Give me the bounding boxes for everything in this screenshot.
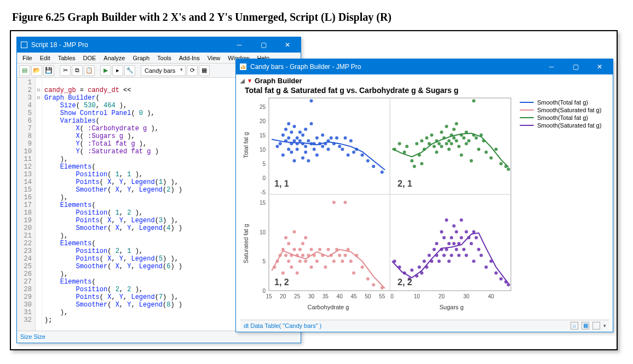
close-button[interactable]: ✕ xyxy=(275,37,300,53)
svg-point-169 xyxy=(310,265,313,269)
svg-point-219 xyxy=(452,242,456,245)
minimize-button[interactable]: ─ xyxy=(227,37,251,53)
tool-new-icon[interactable]: ▤ xyxy=(19,65,30,76)
menu-analyze[interactable]: Analyze xyxy=(100,54,128,62)
svg-point-122 xyxy=(452,128,456,131)
home-icon[interactable]: ⌂ xyxy=(571,322,578,330)
svg-text:10: 10 xyxy=(414,293,421,299)
svg-point-242 xyxy=(507,283,510,286)
menu-tables[interactable]: Tables xyxy=(55,54,79,62)
chart-grid[interactable]: -50510152025051015Total fat gSaturated f… xyxy=(240,96,514,315)
fold-gutter[interactable]: ⊟ ⊟ xyxy=(36,78,42,331)
svg-point-40 xyxy=(281,134,285,137)
svg-point-39 xyxy=(279,142,282,145)
disclosure-icon[interactable]: ◢ xyxy=(240,78,245,84)
tool-refresh-icon[interactable]: ⟳ xyxy=(187,65,198,76)
svg-point-70 xyxy=(313,148,316,151)
menu-graph[interactable]: Graph xyxy=(129,54,153,62)
tool-cut-icon[interactable]: ✂ xyxy=(60,65,71,76)
svg-point-139 xyxy=(485,151,488,154)
layout-icon[interactable]: ▦ xyxy=(582,322,589,330)
svg-text:1, 2: 1, 2 xyxy=(274,278,289,287)
svg-point-211 xyxy=(442,254,446,257)
chart-legend: Smooth(Total fat g)Smooth(Saturated fat … xyxy=(514,96,603,320)
svg-text:-5: -5 xyxy=(261,189,266,195)
tool-log-icon[interactable]: ▦ xyxy=(199,65,210,76)
menu-doe[interactable]: DOE xyxy=(80,54,100,62)
svg-point-107 xyxy=(430,134,433,137)
menu-tools[interactable]: Tools xyxy=(154,54,175,62)
svg-point-240 xyxy=(499,278,503,281)
svg-point-115 xyxy=(445,142,448,145)
tool-run-icon[interactable]: ▶ xyxy=(100,65,111,76)
svg-point-233 xyxy=(472,259,475,263)
svg-text:Sugars g: Sugars g xyxy=(439,304,463,310)
menu-addins[interactable]: Add-Ins xyxy=(176,54,203,62)
red-triangle-icon[interactable]: ▼ xyxy=(247,78,252,84)
tool-run-line-icon[interactable]: ▸ xyxy=(112,65,123,76)
svg-point-160 xyxy=(296,271,299,275)
tool-save-icon[interactable]: 💾 xyxy=(43,65,54,76)
graph-titlebar[interactable]: Candy bars - Graph Builder - JMP Pro ─ ▢… xyxy=(236,59,613,74)
svg-point-207 xyxy=(435,242,438,245)
legend-item[interactable]: Smooth(Total fat g) xyxy=(520,99,601,106)
svg-point-90 xyxy=(366,159,370,163)
svg-rect-1 xyxy=(21,42,27,48)
script-statusbar: Size Size xyxy=(17,331,301,342)
svg-point-144 xyxy=(507,167,510,171)
tool-paste-icon[interactable]: 📋 xyxy=(84,65,95,76)
svg-point-165 xyxy=(304,259,307,263)
svg-point-83 xyxy=(341,148,344,151)
svg-point-228 xyxy=(465,230,468,234)
svg-point-67 xyxy=(310,99,313,102)
svg-point-186 xyxy=(352,271,355,275)
close-button[interactable]: ✕ xyxy=(588,59,612,74)
svg-point-214 xyxy=(445,218,448,222)
legend-label: Smooth(Saturated fat g) xyxy=(537,107,601,113)
svg-point-68 xyxy=(310,122,313,125)
legend-item[interactable]: Smooth(Total fat g) xyxy=(520,114,601,121)
svg-point-110 xyxy=(435,151,438,154)
svg-point-77 xyxy=(327,148,330,151)
legend-swatch xyxy=(520,102,534,103)
tool-open-icon[interactable]: 📂 xyxy=(31,65,42,76)
legend-item[interactable]: Smooth(Saturated fat g) xyxy=(520,107,601,113)
menu-view[interactable]: View xyxy=(204,54,224,62)
datatable-dropdown[interactable]: Candy bars xyxy=(141,65,186,76)
svg-point-125 xyxy=(457,145,461,148)
maximize-button[interactable]: ▢ xyxy=(563,59,588,74)
svg-point-172 xyxy=(318,248,321,251)
menu-edit[interactable]: Edit xyxy=(37,54,54,62)
svg-point-63 xyxy=(304,128,307,131)
status-checkbox[interactable] xyxy=(592,322,600,330)
svg-rect-4 xyxy=(243,65,244,69)
maximize-button[interactable]: ▢ xyxy=(251,37,275,53)
svg-point-44 xyxy=(287,136,290,140)
graph-statusbar-text: dt Data Table( "Candy bars" ) xyxy=(244,322,321,329)
svg-point-55 xyxy=(296,148,299,151)
script-titlebar[interactable]: Script 18 - JMP Pro ─ ▢ ✕ xyxy=(17,37,301,53)
svg-text:50: 50 xyxy=(365,293,371,299)
svg-point-225 xyxy=(460,236,463,239)
status-dropdown-icon[interactable]: ▾ xyxy=(603,323,606,328)
svg-point-130 xyxy=(465,142,468,145)
svg-point-132 xyxy=(470,159,473,163)
svg-point-157 xyxy=(293,248,296,251)
tool-debugger-icon[interactable]: 🔧 xyxy=(124,65,135,76)
svg-point-161 xyxy=(298,248,302,251)
svg-point-175 xyxy=(327,248,330,251)
svg-point-220 xyxy=(452,224,456,228)
svg-point-62 xyxy=(304,151,307,154)
svg-point-116 xyxy=(445,125,448,128)
tool-copy-icon[interactable]: ⧉ xyxy=(72,65,83,76)
svg-point-226 xyxy=(460,218,463,222)
menu-file[interactable]: File xyxy=(19,54,36,62)
legend-item[interactable]: Smooth(Saturated fat g) xyxy=(520,122,601,129)
svg-point-180 xyxy=(338,254,341,257)
svg-point-153 xyxy=(287,259,290,263)
svg-point-189 xyxy=(366,278,370,281)
minimize-button[interactable]: ─ xyxy=(539,59,563,74)
svg-point-103 xyxy=(420,162,423,165)
svg-text:Saturated fat g: Saturated fat g xyxy=(243,224,249,263)
svg-point-203 xyxy=(428,254,431,257)
